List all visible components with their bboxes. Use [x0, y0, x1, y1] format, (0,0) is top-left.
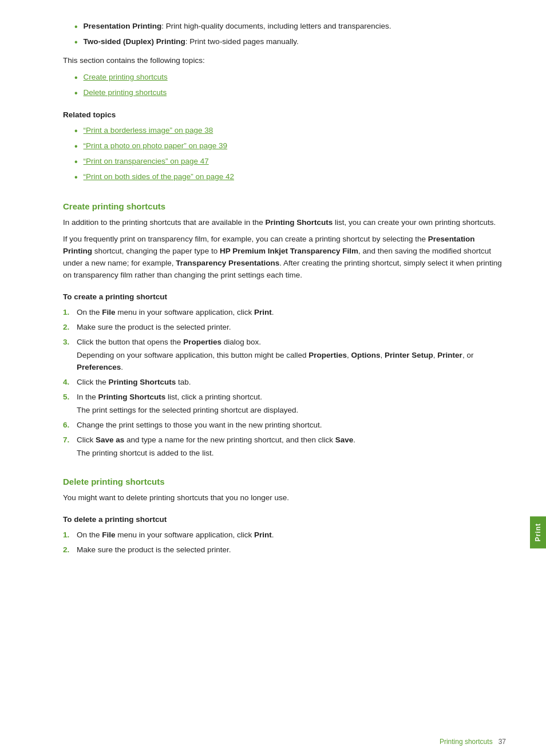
list-item: “Print on transparencies” on page 47 — [74, 156, 506, 169]
delete-steps-list: 1. On the File menu in your software app… — [63, 529, 506, 556]
sidebar-print-tab: Print — [530, 516, 546, 548]
step-3: 3. Click the button that opens the Prope… — [63, 337, 506, 374]
create-para2: If you frequently print on transparency … — [63, 233, 506, 282]
bold-transparency: Transparency Presentations — [176, 259, 279, 267]
related-topics-list: “Print a borderless image” on page 38 “P… — [74, 125, 506, 184]
list-item: Two-sided (Duplex) Printing: Print two-s… — [74, 36, 506, 49]
delete-step-2: 2. Make sure the product is the selected… — [63, 544, 506, 556]
bold-hp-film: HP Premium Inkjet Transparency Film — [220, 247, 358, 255]
list-item: Create printing shortcuts — [74, 72, 506, 85]
topic-links-list: Create printing shortcuts Delete printin… — [74, 72, 506, 100]
step-1: 1. On the File menu in your software app… — [63, 307, 506, 319]
step-2: 2. Make sure the product is the selected… — [63, 322, 506, 334]
list-item: “Print a photo on photo paper” on page 3… — [74, 140, 506, 153]
delete-shortcuts-link[interactable]: Delete printing shortcuts — [84, 87, 167, 98]
step-4: 4. Click the Printing Shortcuts tab. — [63, 377, 506, 389]
related-link-3[interactable]: “Print on transparencies” on page 47 — [84, 156, 209, 167]
intro-bullet-list: Presentation Printing: Print high-qualit… — [74, 21, 506, 49]
related-link-1[interactable]: “Print a borderless image” on page 38 — [84, 125, 213, 136]
related-topics-label: Related topics — [63, 109, 506, 121]
create-proc-heading: To create a printing shortcut — [63, 291, 506, 303]
list-item: “Print on both sides of the page” on pag… — [74, 171, 506, 184]
step-5: 5. In the Printing Shortcuts list, click… — [63, 391, 506, 417]
sidebar-tab-container: Print — [530, 332, 546, 733]
step-6: 6. Change the print settings to those yo… — [63, 419, 506, 432]
step-7: 7. Click Save as and type a name for the… — [63, 434, 506, 460]
bold-text: Two-sided (Duplex) Printing — [84, 37, 185, 46]
create-para1: In addition to the printing shortcuts th… — [63, 217, 506, 229]
bold-text: Presentation Printing — [84, 22, 162, 30]
footer-page-number: 37 — [498, 738, 506, 746]
delete-proc-heading: To delete a printing shortcut — [63, 514, 506, 526]
page-container: Presentation Printing: Print high-qualit… — [0, 0, 546, 756]
create-shortcuts-link[interactable]: Create printing shortcuts — [84, 72, 168, 83]
list-item: Delete printing shortcuts — [74, 87, 506, 100]
create-section-heading: Create printing shortcuts — [63, 201, 506, 211]
create-steps-list: 1. On the File menu in your software app… — [63, 307, 506, 459]
list-item: “Print a borderless image” on page 38 — [74, 125, 506, 138]
related-link-4[interactable]: “Print on both sides of the page” on pag… — [84, 171, 234, 183]
related-link-2[interactable]: “Print a photo on photo paper” on page 3… — [84, 140, 227, 152]
page-footer: Printing shortcuts 37 — [0, 738, 546, 746]
delete-section-heading: Delete printing shortcuts — [63, 477, 506, 486]
bold-shortcuts: Printing Shortcuts — [265, 218, 333, 227]
delete-step-1: 1. On the File menu in your software app… — [63, 529, 506, 541]
delete-para1: You might want to delete printing shortc… — [63, 492, 506, 504]
section-intro-text: This section contains the following topi… — [63, 55, 506, 67]
footer-section-label: Printing shortcuts — [440, 738, 493, 746]
content-area: Presentation Printing: Print high-qualit… — [63, 0, 506, 596]
list-item: Presentation Printing: Print high-qualit… — [74, 21, 506, 34]
